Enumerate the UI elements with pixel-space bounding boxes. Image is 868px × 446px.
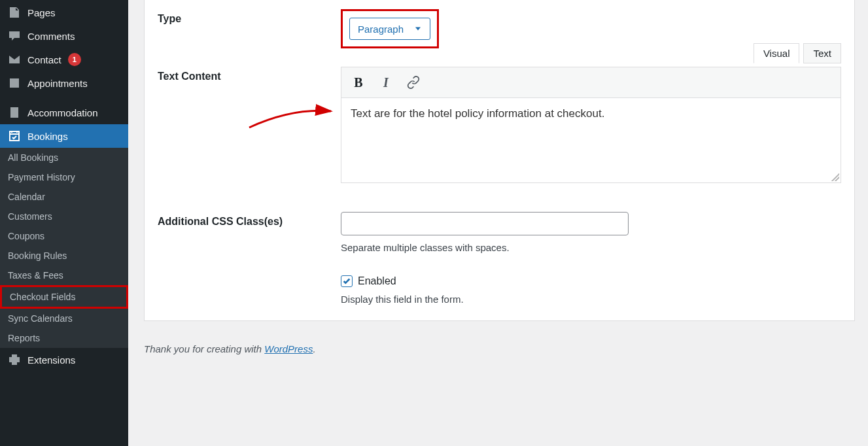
main-content: Type Paragraph Text Content Visual Text	[128, 0, 868, 446]
sidebar-item-accommodation[interactable]: Accommodation	[0, 100, 128, 124]
sidebar-item-payment-history[interactable]: Payment History	[0, 167, 128, 187]
sidebar-item-pages[interactable]: Pages	[0, 0, 128, 24]
sidebar-item-comments[interactable]: Comments	[0, 24, 128, 48]
enabled-help-text: Display this field in the form.	[341, 294, 841, 305]
sidebar-submenu-bookings: All Bookings Payment History Calendar Cu…	[0, 148, 128, 348]
row-enabled: Enabled Display this field in the form.	[145, 262, 854, 320]
plugin-icon	[8, 353, 21, 366]
editor-toolbar: B I	[341, 67, 841, 98]
pages-icon	[8, 6, 21, 19]
calendar-check-icon	[8, 129, 21, 143]
check-icon	[342, 277, 351, 286]
building-icon	[8, 106, 21, 119]
sidebar-item-appointments[interactable]: Appointments	[0, 71, 128, 95]
sidebar-item-taxes-fees[interactable]: Taxes & Fees	[0, 266, 128, 285]
label: Extensions	[27, 354, 75, 366]
tab-visual[interactable]: Visual	[754, 43, 800, 63]
row-css-class: Additional CSS Class(es) Separate multip…	[145, 192, 854, 262]
sidebar-item-calendar[interactable]: Calendar	[0, 187, 128, 207]
footer-note: Thank you for creating with WordPress.	[144, 341, 855, 357]
text-content-label: Text Content	[158, 67, 341, 82]
sidebar-item-customers[interactable]: Customers	[0, 207, 128, 226]
link-icon	[407, 76, 420, 89]
admin-sidebar: Pages Comments Contact 1 Appointments Ac…	[0, 0, 128, 446]
row-type: Type Paragraph	[145, 0, 854, 58]
type-highlight-box: Paragraph	[341, 9, 439, 48]
label: Accommodation	[27, 107, 98, 118]
label: Contact	[27, 54, 61, 65]
italic-button[interactable]: I	[378, 75, 394, 90]
css-label: Additional CSS Class(es)	[158, 212, 341, 228]
sidebar-item-reports[interactable]: Reports	[0, 328, 128, 348]
type-select[interactable]: Paragraph	[349, 18, 430, 40]
chevron-down-icon	[413, 24, 423, 34]
editor-tabs: Visual Text	[754, 43, 841, 63]
type-label: Type	[158, 9, 341, 25]
label: Bookings	[27, 131, 68, 142]
editor-shell: Visual Text B I Text are for the hotel p…	[341, 67, 841, 183]
sidebar-item-booking-rules[interactable]: Booking Rules	[0, 246, 128, 266]
field-settings-panel: Type Paragraph Text Content Visual Text	[144, 0, 855, 321]
mail-icon	[8, 53, 21, 66]
sidebar-item-extensions[interactable]: Extensions	[0, 348, 128, 371]
tab-text[interactable]: Text	[803, 43, 841, 63]
link-button[interactable]	[406, 75, 421, 90]
sidebar-item-sync-calendars[interactable]: Sync Calendars	[0, 309, 128, 328]
enabled-label: Enabled	[358, 275, 396, 287]
label: Comments	[27, 31, 75, 42]
type-value: Paragraph	[358, 24, 404, 35]
sidebar-item-contact[interactable]: Contact 1	[0, 48, 128, 71]
comment-icon	[8, 29, 21, 43]
sidebar-item-coupons[interactable]: Coupons	[0, 226, 128, 246]
css-help-text: Separate multiple classes with spaces.	[341, 242, 841, 253]
label: Pages	[27, 7, 56, 18]
row-text-content: Text Content Visual Text B I Text are fo…	[145, 58, 854, 192]
css-class-input[interactable]	[341, 212, 629, 235]
sidebar-item-bookings[interactable]: Bookings	[0, 124, 128, 148]
calendar-icon	[8, 77, 21, 90]
enabled-checkbox[interactable]	[341, 275, 353, 287]
bold-button[interactable]: B	[351, 75, 366, 90]
sidebar-item-all-bookings[interactable]: All Bookings	[0, 148, 128, 167]
wordpress-link[interactable]: WordPress	[264, 343, 313, 354]
label: Appointments	[27, 78, 88, 89]
enabled-checkbox-row[interactable]: Enabled	[341, 275, 841, 287]
notification-badge: 1	[68, 53, 81, 66]
editor-textarea[interactable]: Text are for the hotel policy informatio…	[341, 98, 841, 183]
sidebar-item-checkout-fields[interactable]: Checkout Fields	[0, 285, 128, 309]
